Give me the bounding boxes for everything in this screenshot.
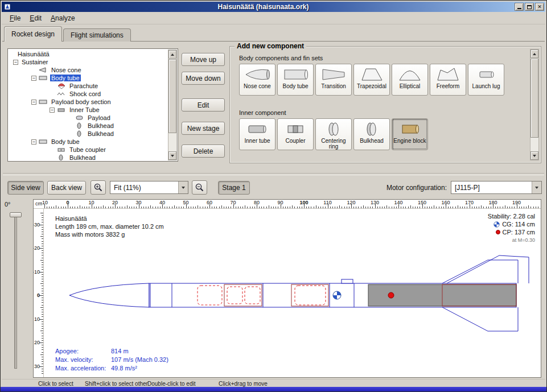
add-transition-button[interactable]: Transition [315,64,352,96]
tree-item-label: Parachute [68,82,99,89]
scroll-track[interactable] [168,59,176,151]
maximize-button[interactable] [525,3,534,11]
tree-item-bulkhead[interactable]: Bulkhead [9,122,167,130]
app-icon[interactable] [3,3,12,11]
ruler-tick [264,207,264,208]
ruler-tick [51,207,52,208]
add-elliptical-button[interactable]: Elliptical [392,64,428,96]
arrow-up-icon [533,53,536,55]
tree-item-sustainer[interactable]: −Sustainer [9,58,167,66]
ruler-tick [150,205,151,208]
scroll-down-button[interactable] [168,151,176,160]
rotation-slider-thumb[interactable] [10,212,22,217]
tree-item-body-tube[interactable]: −Body tube [9,74,167,82]
add-nose-cone-button[interactable]: Nose cone [239,64,275,96]
ruler-tick [39,366,43,367]
arrow-down-icon [533,155,536,157]
tree-scrollbar[interactable] [168,49,177,160]
chevron-down-icon[interactable] [532,181,541,193]
ruler-tick [261,207,262,208]
zoom-select[interactable]: Fit (11%) [110,181,188,194]
scroll-up-button[interactable] [168,50,176,59]
chevron-down-icon[interactable] [178,181,188,193]
add-freeform-button[interactable]: Freeform [430,64,466,96]
tree-item-tube-coupler[interactable]: Tube coupler [9,146,167,154]
ruler-tick [533,207,534,208]
add-engine-block-button[interactable]: Engine block [392,118,428,150]
tree-item-bulkhead[interactable]: Bulkhead [9,130,167,138]
new-stage-button[interactable]: New stage [182,122,225,135]
menu-file[interactable]: File [5,13,25,24]
ruler-tick [488,207,489,208]
close-button[interactable]: ✕ [535,3,544,11]
ruler-tick [479,207,479,208]
ruler-tick [205,207,205,208]
launch-lug-shape[interactable] [342,279,353,283]
zoom-value: Fit (11%) [110,184,178,192]
back-view-button[interactable]: Back view [47,181,86,195]
tab-rocket-design[interactable]: Rocket design [4,26,62,42]
add-component-scrollbar[interactable] [530,49,539,160]
add-centering-ring-button[interactable]: Centering ring [315,118,352,150]
add-body-tube-button[interactable]: Body tube [277,64,314,96]
side-view-button[interactable]: Side view [7,181,44,195]
tree-expander-icon[interactable]: − [13,60,18,65]
delete-button[interactable]: Delete [182,145,225,158]
add-inner-tube-button[interactable]: Inner tube [239,118,275,150]
ruler-tick [113,207,113,208]
add-coupler-button[interactable]: Coupler [277,118,314,150]
split-divider[interactable] [3,173,544,175]
tree-item-haisun-t[interactable]: Haisunäätä [9,50,167,58]
menu-analyze[interactable]: Analyze [46,13,80,24]
scroll-track[interactable] [530,58,538,151]
tree-expander-icon[interactable]: − [50,108,55,113]
tree-item-inner-tube[interactable]: −Inner Tube [9,106,167,114]
ruler-tick [273,207,274,208]
tree-item-payload-body-section[interactable]: −Payload body section [9,98,167,106]
scroll-thumb[interactable] [530,59,538,138]
tree-expander-icon[interactable]: − [31,100,36,105]
scroll-thumb[interactable] [168,59,176,133]
tree-item-shock-cord[interactable]: Shock cord [9,90,167,98]
tree-item-nose-cone[interactable]: Nose cone [9,66,167,74]
ruler-tick [382,207,383,208]
stage1-toggle-button[interactable]: Stage 1 [218,181,250,195]
minimize-button[interactable] [515,3,524,11]
minimize-icon [517,8,521,9]
menu-edit[interactable]: Edit [25,13,46,24]
tab-flight-simulations[interactable]: Flight simulations [63,28,131,42]
tree-item-payload[interactable]: Payload [9,114,167,122]
ruler-tick [356,207,356,208]
tree-item-parachute[interactable]: Parachute [9,82,167,90]
ruler-tick [39,343,43,343]
add-launch-lug-button[interactable]: Launch lug [468,64,504,96]
ruler-tick [42,227,43,228]
zoom-out-button[interactable] [192,180,207,195]
ruler-tick [42,229,43,230]
edit-button[interactable]: Edit [182,98,225,112]
ruler-tick [278,207,278,208]
shockcord-icon [57,90,67,97]
scroll-up-button[interactable] [530,49,538,58]
rotation-slider[interactable] [14,214,17,369]
tree-item-bulkhead[interactable]: Bulkhead [9,154,167,160]
zoom-in-button[interactable] [91,180,106,195]
ruler-tick [42,222,43,222]
cp-icon [496,230,500,234]
add-bulkhead-button[interactable]: Bulkhead [353,118,390,150]
tree-item-body-tube[interactable]: −Body tube [9,138,167,146]
move-down-button[interactable]: Move down [182,72,225,85]
ruler-tick [491,207,491,208]
ruler-tick [335,207,335,208]
move-up-button[interactable]: Move up [182,53,225,66]
component-button-label: Freeform [437,84,460,89]
tree-expander-icon[interactable]: − [31,76,36,81]
scroll-down-button[interactable] [530,151,538,160]
ruler-tick [42,234,43,234]
ruler-tick [120,207,120,208]
motor-configuration-select[interactable]: [J115-P] [451,181,542,194]
rocket-view[interactable]: Haisunäätä Length 189 cm, max. diameter … [44,209,541,378]
add-trapezoidal-button[interactable]: Trapezoidal [353,64,390,96]
tree-expander-icon[interactable]: − [31,139,36,145]
nose-cone-shape[interactable] [69,283,149,307]
